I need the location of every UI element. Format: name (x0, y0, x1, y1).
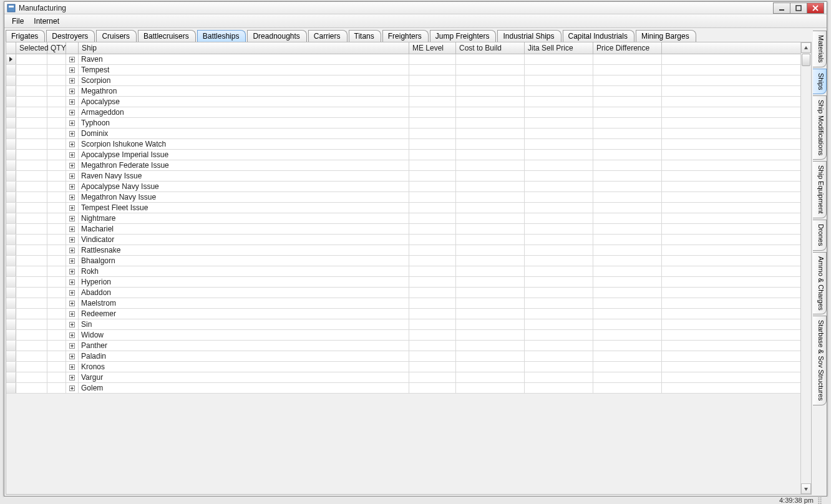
cell-price-difference[interactable] (593, 86, 662, 96)
cell-price-difference[interactable] (593, 341, 662, 351)
cell-expand[interactable] (66, 107, 79, 117)
cell-price-difference[interactable] (593, 107, 662, 117)
cell-me-level[interactable] (409, 298, 456, 308)
cell-jita-sell-price[interactable] (525, 277, 593, 287)
cell-cost-to-build[interactable] (456, 171, 525, 181)
cell-jita-sell-price[interactable] (525, 266, 593, 276)
cell-ship[interactable]: Kronos (79, 362, 409, 372)
cell-qty[interactable] (47, 107, 66, 117)
cell-expand[interactable] (66, 298, 79, 308)
cell-cost-to-build[interactable] (456, 118, 525, 128)
cell-selected[interactable] (16, 150, 47, 160)
cell-price-difference[interactable] (593, 160, 662, 170)
row-header[interactable] (6, 75, 16, 85)
table-row[interactable]: Redeemer (6, 309, 800, 319)
cell-selected[interactable] (16, 330, 47, 340)
cell-me-level[interactable] (409, 288, 456, 298)
table-row[interactable]: Vindicator (6, 235, 800, 245)
cell-price-difference[interactable] (593, 235, 662, 245)
expand-icon[interactable] (69, 343, 75, 349)
cell-ship[interactable]: Megathron (79, 86, 409, 96)
expand-icon[interactable] (69, 131, 75, 137)
cell-jita-sell-price[interactable] (525, 245, 593, 255)
cell-price-difference[interactable] (593, 213, 662, 223)
cell-cost-to-build[interactable] (456, 277, 525, 287)
cell-cost-to-build[interactable] (456, 203, 525, 213)
cell-selected[interactable] (16, 309, 47, 319)
expand-icon[interactable] (69, 163, 75, 168)
cell-jita-sell-price[interactable] (525, 362, 593, 372)
cell-price-difference[interactable] (593, 75, 662, 85)
cell-me-level[interactable] (409, 235, 456, 245)
cell-selected[interactable] (16, 213, 47, 223)
cell-selected[interactable] (16, 203, 47, 213)
expand-icon[interactable] (69, 375, 75, 380)
cell-expand[interactable] (66, 75, 79, 85)
cell-qty[interactable] (47, 383, 66, 393)
cell-jita-sell-price[interactable] (525, 235, 593, 245)
row-header[interactable] (6, 107, 16, 117)
top-tab-carriers[interactable]: Carriers (308, 30, 347, 42)
cell-price-difference[interactable] (593, 256, 662, 266)
cell-price-difference[interactable] (593, 351, 662, 361)
cell-qty[interactable] (47, 160, 66, 170)
table-row[interactable]: Tempest Fleet Issue (6, 203, 800, 213)
top-tab-cruisers[interactable]: Cruisers (96, 30, 137, 42)
expand-icon[interactable] (69, 99, 75, 105)
row-header[interactable] (6, 118, 16, 128)
cell-qty[interactable] (47, 319, 66, 329)
cell-qty[interactable] (47, 213, 66, 223)
cell-ship[interactable]: Abaddon (79, 288, 409, 298)
cell-ship[interactable]: Apocalypse (79, 97, 409, 107)
cell-cost-to-build[interactable] (456, 182, 525, 191)
cell-expand[interactable] (66, 213, 79, 223)
row-header-column[interactable] (6, 42, 16, 54)
resize-grip-icon[interactable]: ⣿ (817, 497, 821, 505)
table-row[interactable]: Paladin (6, 351, 800, 362)
table-row[interactable]: Rokh (6, 266, 800, 277)
cell-ship[interactable]: Nightmare (79, 213, 409, 223)
cell-qty[interactable] (47, 203, 66, 213)
row-header[interactable] (6, 330, 16, 340)
cell-me-level[interactable] (409, 319, 456, 329)
table-row[interactable]: Machariel (6, 224, 800, 235)
cell-ship[interactable]: Tempest (79, 65, 409, 75)
side-tab-starbase-sov-structures[interactable]: Starbase & Sov Structures (813, 316, 827, 405)
cell-cost-to-build[interactable] (456, 372, 525, 382)
cell-expand[interactable] (66, 383, 79, 393)
cell-selected[interactable] (16, 351, 47, 361)
cell-me-level[interactable] (409, 266, 456, 276)
row-header[interactable] (6, 65, 16, 75)
expand-icon[interactable] (69, 290, 75, 296)
cell-me-level[interactable] (409, 86, 456, 96)
cell-cost-to-build[interactable] (456, 160, 525, 170)
cell-expand[interactable] (66, 86, 79, 96)
column-cost-to-build[interactable]: Cost to Build (456, 42, 525, 54)
cell-expand[interactable] (66, 245, 79, 255)
table-row[interactable]: Raven Navy Issue (6, 171, 800, 182)
row-header[interactable] (6, 97, 16, 107)
cell-jita-sell-price[interactable] (525, 182, 593, 191)
table-row[interactable]: Nightmare (6, 213, 800, 224)
cell-jita-sell-price[interactable] (525, 288, 593, 298)
top-tab-jump-freighters[interactable]: Jump Freighters (430, 30, 497, 42)
cell-expand[interactable] (66, 266, 79, 276)
cell-ship[interactable]: Dominix (79, 128, 409, 138)
cell-me-level[interactable] (409, 128, 456, 138)
cell-price-difference[interactable] (593, 330, 662, 340)
column-jita-sell-price[interactable]: Jita Sell Price (525, 42, 593, 54)
cell-selected[interactable] (16, 192, 47, 202)
cell-me-level[interactable] (409, 171, 456, 181)
row-header[interactable] (6, 160, 16, 170)
cell-qty[interactable] (47, 330, 66, 340)
row-header[interactable] (6, 203, 16, 213)
cell-expand[interactable] (66, 351, 79, 361)
cell-cost-to-build[interactable] (456, 213, 525, 223)
cell-cost-to-build[interactable] (456, 107, 525, 117)
cell-ship[interactable]: Maelstrom (79, 298, 409, 308)
cell-qty[interactable] (47, 128, 66, 138)
side-tab-ships[interactable]: Ships (813, 69, 827, 95)
expand-icon[interactable] (69, 205, 75, 211)
cell-cost-to-build[interactable] (456, 54, 525, 64)
cell-jita-sell-price[interactable] (525, 224, 593, 234)
